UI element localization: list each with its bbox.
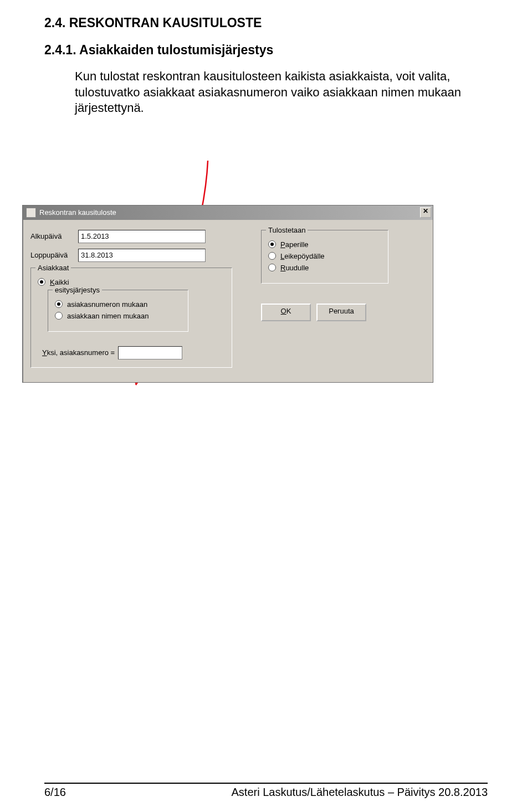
loppupaiva-input[interactable] [78, 249, 206, 262]
radio-dot-icon [38, 278, 45, 286]
asiakkaat-group: Asiakkaat Kaikki esitysjärjestys asiakas… [30, 268, 232, 368]
footer-text: Asteri Laskutus/Lähetelaskutus – Päivity… [232, 786, 488, 799]
asiakasnumero-input[interactable] [118, 346, 182, 359]
page-footer: 6/16 Asteri Laskutus/Lähetelaskutus – Pä… [44, 783, 488, 799]
alkupaiva-input[interactable] [78, 230, 206, 243]
close-button[interactable]: ✕ [420, 207, 431, 218]
radio-dot-icon [55, 312, 63, 320]
section-heading: 2.4. RESKONTRAN KAUSITULOSTE [44, 16, 488, 30]
dialog-titlebar: Reskontran kausituloste ✕ [23, 205, 433, 220]
radio-paperille-label: Paperille [280, 240, 309, 249]
radio-paperille[interactable]: Paperille [268, 240, 382, 249]
dialog-window: Reskontran kausituloste ✕ Alkupäivä Lopp… [22, 205, 433, 383]
loppupaiva-label: Loppupäivä [30, 251, 78, 259]
radio-yksi-asiakas[interactable]: Yksi, asiakasnumero = [38, 346, 226, 359]
radio-leikepoydalle[interactable]: Leikepöydälle [268, 252, 382, 260]
radio-dot-icon [268, 240, 276, 248]
radio-ruudulle[interactable]: Ruudulle [268, 264, 382, 272]
radio-dot-icon [268, 252, 276, 260]
alkupaiva-label: Alkupäivä [30, 232, 78, 240]
yksi-label: Yksi, asiakasnumero = [42, 348, 115, 357]
radio-asiakkaan-nimi-mukaan[interactable]: asiakkaan nimen mukaan [55, 312, 182, 320]
tulostetaan-legend: Tulostetaan [266, 226, 308, 234]
tulostetaan-group: Tulostetaan Paperille Leikepöydälle Ruud… [261, 230, 388, 284]
radio-asiakasnumero-mukaan[interactable]: asiakasnumeron mukaan [55, 300, 182, 309]
radio-opt1-label: asiakasnumeron mukaan [67, 300, 147, 309]
ok-button[interactable]: OK [261, 304, 311, 321]
asiakkaat-legend: Asiakkaat [35, 264, 71, 272]
radio-leikepoydalle-label: Leikepöydälle [280, 252, 325, 260]
radio-kaikki-label: Kaikki [50, 278, 69, 286]
paragraph-text: Kun tulostat reskontran kausitulosteen k… [75, 69, 488, 116]
dialog-title: Reskontran kausituloste [39, 208, 116, 217]
radio-dot-icon [268, 264, 276, 271]
cancel-button[interactable]: Peruuta [316, 304, 366, 321]
radio-opt2-label: asiakkaan nimen mukaan [67, 312, 149, 320]
radio-kaikki[interactable]: Kaikki [38, 278, 226, 286]
window-icon [26, 208, 36, 218]
esitys-legend: esitysjärjestys [53, 286, 102, 294]
page-number: 6/16 [44, 786, 66, 799]
subsection-heading: 2.4.1. Asiakkaiden tulostumisjärjestys [44, 43, 488, 58]
radio-dot-icon [55, 300, 63, 308]
radio-ruudulle-label: Ruudulle [280, 264, 309, 272]
esitysjarjestys-group: esitysjärjestys asiakasnumeron mukaan as… [48, 290, 188, 332]
